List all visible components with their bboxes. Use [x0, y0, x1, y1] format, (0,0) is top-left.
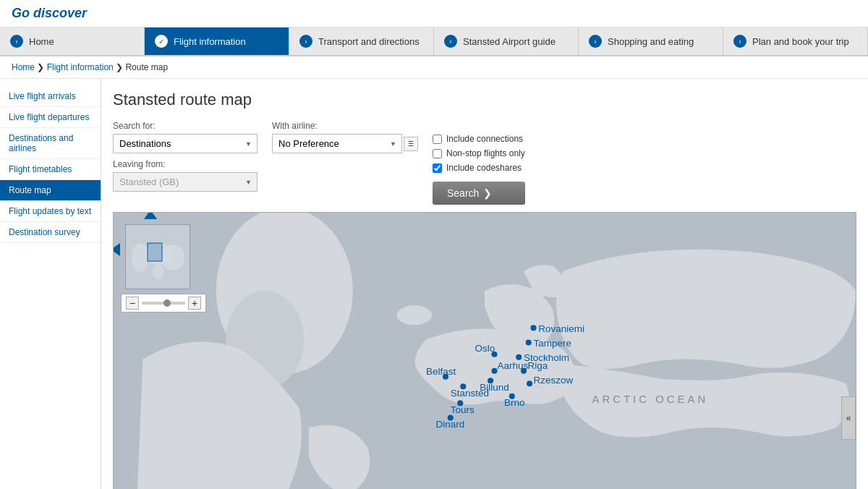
include-connections-checkbox[interactable] — [433, 135, 442, 144]
leaving-from-wrapper: Stansted (GB) — [113, 172, 258, 192]
navbar: ›Home✓Flight information›Transport and d… — [0, 27, 868, 56]
nav-item-home[interactable]: ›Home — [0, 27, 145, 55]
map-arrow-left[interactable] — [113, 243, 120, 256]
content-area: Stansted route map Search for: Destinati… — [101, 79, 868, 489]
breadcrumb-home[interactable]: Home — [12, 62, 35, 72]
nav-item-stansted[interactable]: ›Stansted Airport guide — [434, 27, 579, 55]
search-for-group: Search for: Destinations Airlines — [113, 121, 258, 153]
city-brno[interactable]: Brno — [504, 397, 525, 408]
header: Go discover — [0, 0, 868, 27]
svg-point-3 — [161, 244, 184, 271]
arctic-label: ARCTIC OCEAN — [592, 394, 708, 405]
minimap-nav — [118, 217, 183, 282]
nav-label-stansted: Stansted Airport guide — [463, 36, 556, 47]
collapse-panel-button[interactable]: « — [841, 396, 856, 440]
search-arrow-icon: ❯ — [483, 187, 492, 199]
breadcrumb-current: Route map — [125, 62, 168, 72]
search-button[interactable]: Search ❯ — [433, 182, 525, 205]
nav-label-shopping: Shopping and eating — [608, 36, 694, 47]
zoom-in-button[interactable]: + — [188, 297, 201, 310]
city-riga[interactable]: Riga — [527, 360, 548, 371]
svg-point-16 — [491, 368, 497, 374]
airline-group: With airline: No Preference ☰ — [272, 121, 418, 153]
svg-point-17 — [521, 368, 527, 374]
codeshares-checkbox[interactable] — [433, 163, 442, 173]
svg-point-13 — [526, 340, 532, 346]
search-for-label: Search for: — [113, 121, 258, 131]
minimap[interactable] — [125, 224, 190, 289]
svg-point-12 — [530, 325, 536, 331]
sidebar-item-destinations-airlines[interactable]: Destinations and airlines — [0, 128, 101, 159]
codeshares-label[interactable]: Include codeshares — [433, 163, 525, 173]
city-rzeszow[interactable]: Rzeszow — [534, 375, 574, 386]
city-oslo[interactable]: Oslo — [475, 343, 495, 354]
checkbox-group: Include connections Non-stop flights onl… — [433, 134, 525, 173]
search-panel: Search for: Destinations Airlines Leavin… — [113, 121, 856, 205]
city-rovaniemi[interactable]: Rovaniemi — [538, 323, 584, 334]
options-search: Include connections Non-stop flights onl… — [433, 121, 525, 205]
sidebar-item-route-map[interactable]: Route map — [0, 180, 101, 201]
page-title: Stansted route map — [113, 90, 856, 109]
city-belfast[interactable]: Belfast — [426, 366, 456, 377]
include-connections-label[interactable]: Include connections — [433, 134, 525, 144]
leaving-from-label: Leaving from: — [113, 159, 258, 169]
nav-label-flight-info: Flight information — [174, 36, 246, 47]
sidebar-item-live-departures[interactable]: Live flight departures — [0, 107, 101, 128]
zoom-slider[interactable] — [142, 302, 185, 305]
main-layout: Live flight arrivalsLive flight departur… — [0, 79, 868, 489]
nav-label-home: Home — [29, 36, 54, 47]
nav-label-plan: Plan and book your trip — [752, 36, 849, 47]
svg-point-9 — [397, 305, 433, 325]
nav-icon-stansted: › — [444, 35, 457, 48]
nav-icon-home: › — [10, 35, 23, 48]
leaving-from-group: Leaving from: Stansted (GB) — [113, 159, 258, 192]
nonstop-checkbox[interactable] — [433, 149, 442, 158]
nav-icon-transport: › — [299, 35, 312, 48]
city-stansted[interactable]: Stansted — [451, 388, 489, 399]
map-arrow-up[interactable] — [144, 212, 157, 219]
zoom-handle[interactable] — [163, 299, 171, 307]
svg-rect-5 — [148, 243, 162, 261]
svg-point-14 — [516, 354, 522, 360]
sidebar: Live flight arrivalsLive flight departur… — [0, 79, 101, 489]
logo[interactable]: Go discover — [12, 6, 87, 20]
sidebar-item-destination-survey[interactable]: Destination survey — [0, 222, 101, 243]
airline-select[interactable]: No Preference — [272, 134, 402, 153]
nav-icon-plan: › — [733, 35, 746, 48]
map-container: − + — [113, 212, 856, 489]
sidebar-item-flight-updates[interactable]: Flight updates by text — [0, 201, 101, 222]
city-tours[interactable]: Tours — [451, 404, 475, 415]
airline-wrapper: No Preference ☰ — [272, 134, 418, 153]
sidebar-item-timetables[interactable]: Flight timetables — [0, 159, 101, 180]
nav-icon-shopping: › — [589, 35, 602, 48]
sidebar-item-live-arrivals[interactable]: Live flight arrivals — [0, 86, 101, 107]
world-map-svg: ARCTIC OCEAN Rovaniemi Tampere Stockholm… — [114, 213, 856, 489]
nav-item-shopping[interactable]: ›Shopping and eating — [579, 27, 723, 55]
nav-item-flight-info[interactable]: ✓Flight information — [145, 27, 289, 55]
zoom-controls: − + — [121, 294, 206, 312]
search-for-wrapper: Destinations Airlines — [113, 134, 258, 153]
nav-icon-flight-info: ✓ — [155, 35, 168, 48]
city-dinard[interactable]: Dinard — [436, 419, 465, 430]
nav-label-transport: Transport and directions — [318, 36, 420, 47]
zoom-out-button[interactable]: − — [126, 297, 139, 310]
nav-item-plan[interactable]: ›Plan and book your trip — [723, 27, 868, 55]
breadcrumb-section[interactable]: Flight information — [47, 62, 114, 72]
search-for-select[interactable]: Destinations Airlines — [113, 134, 258, 153]
airline-list-icon[interactable]: ☰ — [404, 137, 418, 151]
minimap-svg — [126, 225, 190, 289]
nonstop-label[interactable]: Non-stop flights only — [433, 148, 525, 158]
city-tampere[interactable]: Tampere — [534, 338, 572, 349]
airline-label: With airline: — [272, 121, 418, 131]
breadcrumb: Home ❯ Flight information ❯ Route map — [0, 56, 868, 79]
svg-point-22 — [527, 380, 532, 386]
nav-item-transport[interactable]: ›Transport and directions — [289, 27, 434, 55]
svg-point-4 — [153, 265, 164, 279]
leaving-from-select[interactable]: Stansted (GB) — [113, 172, 258, 192]
